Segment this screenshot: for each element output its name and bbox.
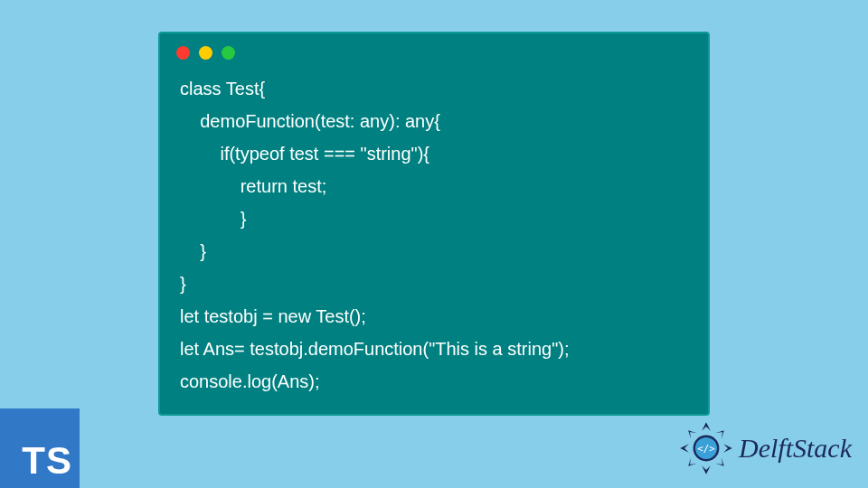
code-window: class Test{ demoFunction(test: any): any…: [158, 32, 710, 416]
svg-marker-6: [688, 457, 697, 466]
svg-marker-4: [715, 430, 724, 439]
delftstack-logo: </> DelftStack: [679, 421, 852, 475]
close-dot-icon: [176, 46, 190, 60]
typescript-badge-icon: TS: [0, 408, 80, 488]
svg-marker-0: [702, 422, 711, 431]
delftstack-label: DelftStack: [739, 433, 852, 464]
svg-marker-7: [688, 430, 697, 439]
svg-text:</>: </>: [697, 443, 715, 455]
svg-marker-5: [715, 457, 724, 466]
code-block: class Test{ demoFunction(test: any): any…: [160, 67, 708, 398]
svg-marker-2: [702, 465, 711, 474]
maximize-dot-icon: [222, 46, 235, 60]
svg-marker-3: [680, 444, 689, 453]
window-traffic-lights: [160, 33, 708, 67]
svg-marker-1: [723, 444, 732, 453]
typescript-badge-label: TS: [22, 439, 72, 483]
delftstack-crest-icon: </>: [679, 421, 733, 475]
minimize-dot-icon: [199, 46, 212, 60]
